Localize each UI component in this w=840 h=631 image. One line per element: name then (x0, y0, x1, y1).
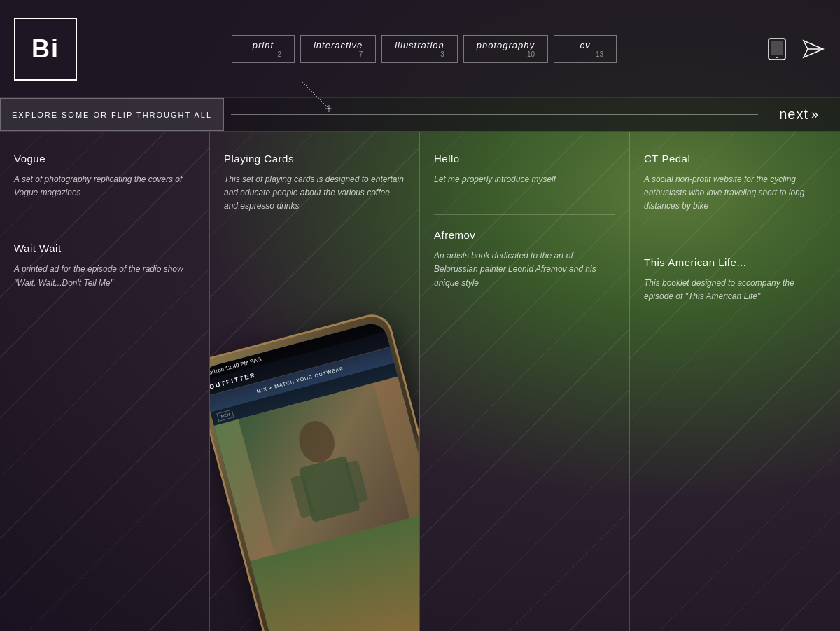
card-afremov-desc: An artists book dedicated to the art of … (434, 249, 615, 290)
grid-col-3: Hello Let me properly introduce myself A… (420, 132, 630, 631)
nav-item-illustration[interactable]: illustration 3 (382, 35, 458, 63)
card-vogue-title[interactable]: Vogue (14, 153, 195, 165)
timeline-bar: EXPLORE SOME OR FLIP THROUGHT ALL next » (0, 98, 840, 132)
header: Bi print 2 interactive 7 illustration 3 … (0, 0, 840, 98)
header-icons (764, 36, 826, 62)
card-afremov: Afremov An artists book dedicated to the… (434, 229, 615, 290)
nav-item-photography[interactable]: photography 10 (463, 35, 548, 63)
col-divider-4 (644, 242, 826, 242)
phone-screen: Verizon 12:40 PM BAG OUTFITTER MIX + MAT… (210, 320, 420, 631)
card-waitwait-desc: A printed ad for the episode of the radi… (14, 263, 195, 289)
card-american-life-desc: This booklet designed to accompany the e… (644, 277, 826, 303)
nav-item-cv[interactable]: cv 13 (554, 35, 617, 63)
nav-label-interactive: interactive (314, 40, 363, 50)
nav-count-illustration: 3 (440, 50, 444, 58)
tablet-icon[interactable] (764, 36, 790, 62)
nav-label-print: print (253, 40, 274, 50)
card-american-life-title[interactable]: This American Life... (644, 256, 826, 268)
grid-col-2: Playing Cards This set of playing cards … (210, 132, 420, 631)
nav-label-cv: cv (580, 40, 591, 50)
card-playing-cards-title[interactable]: Playing Cards (224, 153, 405, 165)
next-label: next (779, 106, 808, 123)
nav-count-cv: 13 (596, 50, 603, 58)
card-american-life: This American Life... This booklet desig… (644, 256, 826, 303)
logo-text: Bi (31, 34, 59, 64)
card-vogue-desc: A set of photography replicating the cov… (14, 173, 195, 200)
nav-item-print[interactable]: print 2 (232, 35, 295, 63)
nav-label-photography: photography (477, 40, 535, 50)
nav-arrow (287, 74, 357, 123)
col-divider-1 (14, 228, 195, 228)
svg-point-2 (776, 57, 778, 58)
nav-item-interactive[interactable]: interactive 7 (300, 35, 376, 63)
col-divider-3 (434, 214, 615, 215)
grid-col-4: CT Pedal A social non-profit website for… (630, 132, 840, 631)
svg-line-5 (301, 81, 329, 109)
card-ct-pedal-title[interactable]: CT Pedal (644, 153, 826, 165)
nav-count-photography: 10 (527, 50, 535, 58)
main-grid: Vogue A set of photography replicating t… (0, 132, 840, 631)
main-nav: print 2 interactive 7 illustration 3 pho… (98, 35, 750, 63)
nav-count-interactive: 7 (359, 50, 363, 58)
grid-col-1: Vogue A set of photography replicating t… (0, 132, 210, 631)
card-playing-cards: Playing Cards This set of playing cards … (224, 153, 405, 214)
send-icon[interactable] (801, 36, 826, 62)
phone-tab-men: MEN (216, 409, 234, 422)
svg-rect-1 (771, 41, 783, 55)
explore-label: EXPLORE SOME OR FLIP THROUGHT ALL (0, 98, 224, 131)
card-waitwait: Wait Wait A printed ad for the episode o… (14, 242, 195, 289)
logo[interactable]: Bi (14, 18, 77, 81)
nav-count-print: 2 (277, 50, 281, 58)
card-waitwait-title[interactable]: Wait Wait (14, 242, 195, 254)
card-afremov-title[interactable]: Afremov (434, 229, 615, 241)
card-playing-cards-desc: This set of playing cards is designed to… (224, 173, 405, 214)
next-arrow-icon: » (811, 107, 819, 122)
card-hello-title[interactable]: Hello (434, 153, 615, 165)
card-ct-pedal: CT Pedal A social non-profit website for… (644, 153, 826, 214)
next-button[interactable]: next » (765, 101, 833, 128)
phone-mockup: Verizon 12:40 PM BAG OUTFITTER MIX + MAT… (210, 310, 420, 631)
card-ct-pedal-desc: A social non-profit website for the cycl… (644, 173, 826, 214)
card-hello: Hello Let me properly introduce myself (434, 153, 615, 186)
nav-label-illustration: illustration (395, 40, 444, 50)
card-vogue: Vogue A set of photography replicating t… (14, 153, 195, 200)
card-hello-desc: Let me properly introduce myself (434, 173, 615, 186)
phone-image-container: Verizon 12:40 PM BAG OUTFITTER MIX + MAT… (210, 309, 420, 631)
